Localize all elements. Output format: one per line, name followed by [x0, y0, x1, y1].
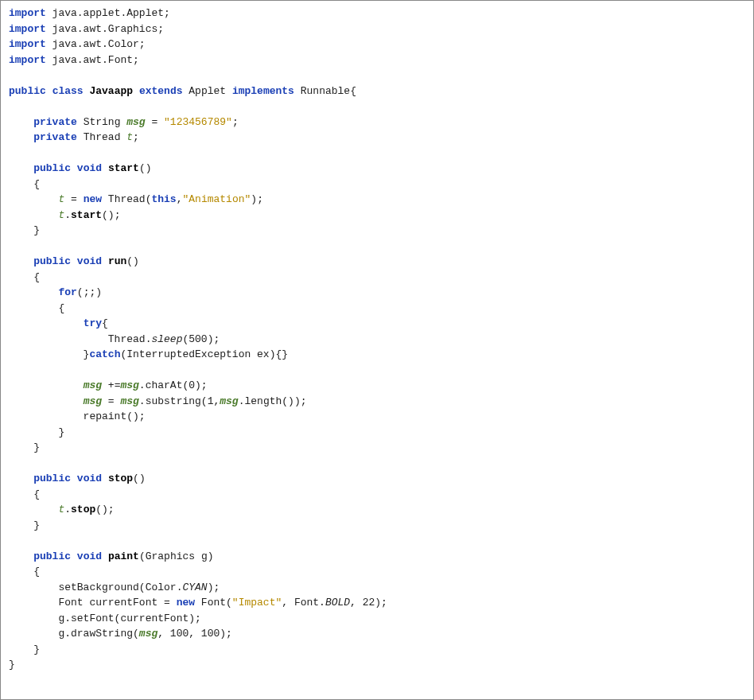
code-line: msg = msg.substring(1,msg.length()); [9, 394, 745, 410]
code-line: } [9, 223, 745, 239]
code-line: } [9, 518, 745, 534]
code-line: repaint(); [9, 409, 745, 425]
code-line: Font currentFont = new Font("Impact", Fo… [9, 595, 745, 611]
code-line: { [9, 177, 745, 192]
code-line: public void run() [9, 254, 745, 270]
code-line: public void start() [9, 161, 745, 177]
code-line: import java.awt.Color; [9, 37, 745, 52]
code-editor: import java.applet.Applet;import java.aw… [0, 0, 754, 700]
code-line: import java.applet.Applet; [9, 6, 745, 21]
code-line: public class Javaapp extends Applet impl… [9, 84, 745, 99]
code-line: t.stop(); [9, 502, 745, 518]
code-line: t = new Thread(this,"Animation"); [9, 192, 745, 208]
code-line: for(;;) [9, 285, 745, 301]
code-line: public void stop() [9, 471, 745, 487]
code-line: t.start(); [9, 208, 745, 224]
code-line [9, 68, 745, 84]
code-line: import java.awt.Graphics; [9, 21, 745, 37]
code-line: private Thread t; [9, 130, 745, 146]
code-line: Thread.sleep(500); [9, 332, 745, 348]
code-line [9, 533, 745, 549]
code-line: { [9, 564, 745, 580]
code-line: } [9, 642, 745, 658]
code-line: { [9, 487, 745, 503]
code-line: try{ [9, 316, 745, 332]
code-line: msg +=msg.charAt(0); [9, 378, 745, 394]
code-line: } [9, 440, 745, 456]
code-line: g.setFont(currentFont); [9, 611, 745, 627]
code-line: } [9, 425, 745, 441]
code-line: import java.awt.Font; [9, 52, 745, 68]
code-line: { [9, 270, 745, 286]
code-line [9, 456, 745, 472]
code-line: setBackground(Color.CYAN); [9, 580, 745, 596]
code-line [9, 146, 745, 161]
code-line [9, 99, 745, 115]
code-line: { [9, 301, 745, 317]
code-line: private String msg = "123456789"; [9, 115, 745, 130]
code-line [9, 363, 745, 379]
code-line [9, 239, 745, 255]
code-line: }catch(InterruptedException ex){} [9, 347, 745, 363]
code-line: public void paint(Graphics g) [9, 549, 745, 565]
code-line: g.drawString(msg, 100, 100); [9, 626, 745, 642]
code-line: } [9, 657, 745, 673]
